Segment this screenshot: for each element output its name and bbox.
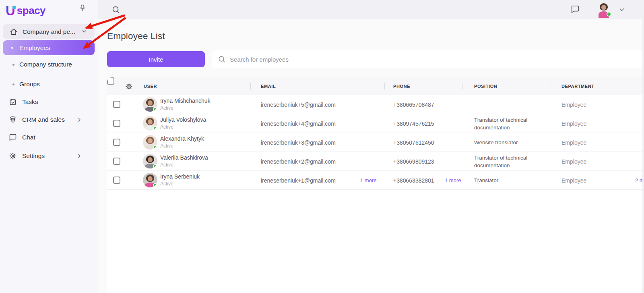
logo-dot-icon [12, 6, 16, 9]
row-checkbox[interactable] [113, 139, 120, 146]
employee-department: Employee [561, 95, 586, 114]
scrollbar-track[interactable] [642, 19, 644, 293]
messenger-icon[interactable] [571, 5, 580, 14]
sidebar-item-company-and-people[interactable]: Company and pe... [3, 24, 95, 39]
sidebar-item-employees[interactable]: Employees [3, 40, 95, 55]
employee-email: ireneserbeniuk+1@gmail.com [261, 171, 336, 190]
bullet-icon [12, 64, 14, 66]
user-avatar[interactable] [597, 2, 611, 16]
row-checkbox[interactable] [113, 177, 120, 184]
column-header-email[interactable]: EMAIL [261, 77, 276, 95]
select-all-checkbox[interactable] [107, 77, 114, 85]
column-divider [250, 83, 251, 89]
online-status-dot [153, 183, 157, 187]
employee-position: Translator of technical documentation [474, 152, 553, 171]
column-divider [384, 83, 385, 89]
sidebar-item-label: Chat [22, 134, 35, 141]
column-header-phone[interactable]: PHONE [393, 77, 410, 95]
online-status-dot [153, 164, 157, 168]
search-input[interactable] [230, 56, 644, 63]
sidebar-item-crm-and-sales[interactable]: CRM and sales [0, 111, 98, 129]
logo-text: spacy [17, 5, 45, 16]
tasks-icon [9, 98, 17, 106]
employee-row[interactable]: Valeriia Bashkirova Active ireneserbeniu… [107, 152, 644, 171]
employee-name[interactable]: Iryna Serbeniuk [160, 173, 200, 180]
row-checkbox[interactable] [113, 101, 120, 108]
main-content: Employee List Invite USER EMAIL PHONE PO… [98, 19, 644, 293]
employee-phone: +380669809123 [393, 152, 434, 171]
employee-row[interactable]: Alexandra Khytyk Active ireneserbeniuk+3… [107, 133, 644, 152]
sidebar-item-chat[interactable]: Chat [0, 129, 98, 146]
row-checkbox[interactable] [113, 158, 120, 165]
pin-icon[interactable] [78, 4, 87, 12]
online-status-dot [153, 145, 157, 150]
search-icon [218, 55, 226, 63]
online-status-dot [153, 107, 157, 112]
row-checkbox[interactable] [113, 120, 120, 127]
uspacy-logo[interactable]: U spacy [6, 4, 45, 17]
sidebar-item-label: Tasks [22, 98, 38, 106]
column-header-position[interactable]: POSITION [474, 77, 497, 95]
online-status-dot [607, 12, 611, 17]
employee-status: Active [160, 162, 208, 168]
home-icon [10, 28, 18, 36]
avatar [143, 154, 157, 168]
online-status-dot [153, 126, 157, 131]
crm-icon [9, 116, 17, 124]
employee-row[interactable]: Iryna Mishchanchuk Active ireneserbeniuk… [107, 95, 644, 114]
topbar [98, 0, 644, 19]
sidebar-item-settings[interactable]: Settings [0, 147, 98, 165]
chevron-right-icon [76, 153, 83, 159]
employee-status: Active [160, 143, 204, 149]
employee-department: Employee [561, 114, 586, 133]
table-body: Iryna Mishchanchuk Active ireneserbeniuk… [107, 95, 644, 190]
avatar [143, 135, 157, 150]
column-divider [462, 83, 462, 89]
employee-row[interactable]: Juliya Voloshylova Active ireneserbeniuk… [107, 114, 644, 133]
sidebar-item-label: Groups [19, 81, 40, 88]
chat-icon [9, 133, 17, 141]
chevron-down-icon[interactable] [618, 6, 625, 13]
table-settings-gear-icon[interactable] [125, 83, 133, 90]
employee-department: Employee [561, 133, 586, 152]
employee-name[interactable]: Iryna Mishchanchuk [160, 98, 211, 104]
employee-phone: +380663382801 [393, 171, 434, 190]
column-header-department[interactable]: DEPARTMENT [561, 77, 594, 95]
bullet-icon [12, 83, 14, 85]
employee-department: Employee [561, 171, 586, 190]
email-more-link[interactable]: 1 more [360, 171, 376, 190]
phone-more-link[interactable]: 1 more [445, 171, 461, 190]
gear-icon [9, 152, 17, 160]
sidebar-item-label: Company and pe... [23, 28, 75, 35]
employee-name[interactable]: Valeriia Bashkirova [160, 154, 208, 161]
employee-table: USER EMAIL PHONE POSITION DEPARTMENT Iry… [107, 77, 644, 293]
sidebar-item-tasks[interactable]: Tasks [0, 93, 98, 111]
avatar [143, 173, 157, 187]
employee-name[interactable]: Alexandra Khytyk [160, 135, 204, 142]
employee-phone: +380974576215 [393, 114, 434, 133]
sidebar-item-groups[interactable]: Groups [0, 75, 98, 93]
employee-search-bar [212, 50, 644, 68]
sidebar-item-label: CRM and sales [22, 116, 65, 123]
employee-name[interactable]: Juliya Voloshylova [160, 116, 206, 123]
sidebar-item-company-structure[interactable]: Company structure [0, 56, 98, 73]
table-header: USER EMAIL PHONE POSITION DEPARTMENT [107, 77, 644, 95]
employee-email: ireneserbeniuk+5@gmail.com [261, 95, 336, 114]
search-icon[interactable] [111, 5, 120, 14]
bullet-icon [11, 47, 13, 49]
invite-button[interactable]: Invite [107, 51, 205, 67]
employee-email: ireneserbeniuk+4@gmail.com [261, 114, 336, 133]
employee-phone: +380665708487 [393, 95, 434, 114]
employee-position: Translator of technical documentation [474, 114, 553, 133]
sidebar-item-label: Employees [19, 44, 50, 52]
employee-status: Active [160, 124, 206, 130]
avatar [143, 116, 157, 131]
chevron-down-icon [81, 28, 87, 35]
column-header-user[interactable]: USER [144, 77, 157, 95]
employee-phone: +380507612450 [393, 133, 434, 152]
employee-row[interactable]: Iryna Serbeniuk Active ireneserbeniuk+1@… [107, 171, 644, 190]
column-divider [551, 83, 551, 89]
sidebar-item-label: Settings [22, 152, 45, 160]
employee-email: ireneserbeniuk+3@gmail.com [261, 133, 336, 152]
sidebar-item-label: Company structure [19, 61, 72, 68]
